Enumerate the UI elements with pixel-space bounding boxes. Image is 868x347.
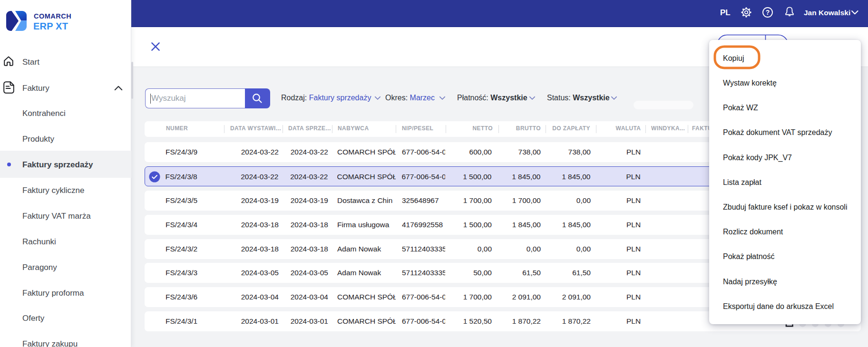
svg-text:COMARCH: COMARCH	[34, 12, 71, 20]
svg-text:?: ?	[766, 9, 770, 16]
svg-text:ERP XT: ERP XT	[33, 21, 68, 31]
